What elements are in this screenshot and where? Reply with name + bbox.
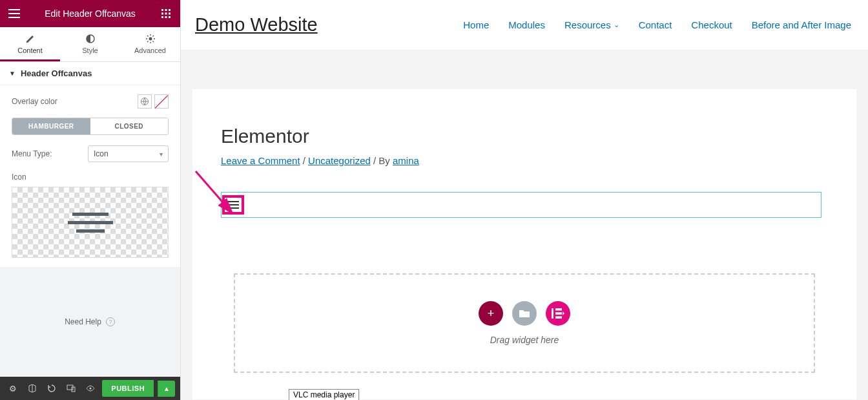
svg-rect-4 <box>165 13 167 15</box>
leave-comment-link[interactable]: Leave a Comment <box>221 155 300 166</box>
menu-type-label: Menu Type: <box>12 149 52 158</box>
sidebar-footer: ⚙ PUBLISH ▲ <box>0 377 180 400</box>
global-color-icon[interactable] <box>138 94 152 109</box>
icon-preview[interactable] <box>12 187 169 258</box>
svg-rect-7 <box>165 16 167 18</box>
svg-rect-8 <box>169 16 170 18</box>
drop-zone[interactable]: + Drag widget here <box>234 273 815 373</box>
nav-contact[interactable]: Contact <box>639 19 672 30</box>
svg-rect-6 <box>161 16 163 18</box>
icon-label: Icon <box>12 173 169 182</box>
need-help[interactable]: Need Help ? <box>0 267 180 377</box>
selected-widget[interactable] <box>221 192 822 218</box>
sidebar-header: Edit Header Offcanvas <box>0 0 180 27</box>
history-icon[interactable] <box>44 380 59 397</box>
settings-icon[interactable]: ⚙ <box>5 380 21 397</box>
svg-rect-19 <box>555 312 562 315</box>
site-header: Demo Website Home Modules Resources ⌄ Co… <box>181 0 868 50</box>
sidebar-title: Edit Header Offcanvas <box>22 8 158 19</box>
tooltip: VLC media player <box>289 389 359 400</box>
svg-rect-2 <box>169 9 170 11</box>
svg-rect-20 <box>555 317 562 319</box>
preview-icon[interactable] <box>83 380 98 397</box>
sidebar-menu-icon[interactable] <box>6 6 22 21</box>
nav-home[interactable]: Home <box>463 19 489 30</box>
site-nav: Home Modules Resources ⌄ Contact Checkou… <box>463 19 851 30</box>
nav-modules[interactable]: Modules <box>508 19 545 30</box>
elementor-sidebar: Edit Header Offcanvas Content Style Adva… <box>0 0 181 400</box>
state-toggle: HAMBURGER CLOSED <box>12 118 169 135</box>
nav-resources[interactable]: Resources ⌄ <box>564 19 619 30</box>
drop-zone-label: Drag widget here <box>490 335 559 345</box>
page-title: Elementor <box>221 125 828 147</box>
tab-content[interactable]: Content <box>0 27 60 61</box>
widgets-grid-icon[interactable] <box>158 6 174 21</box>
nav-before-after[interactable]: Before and After Image <box>752 19 851 30</box>
help-icon: ? <box>105 317 116 327</box>
post-meta: Leave a Comment / Uncategorized / By ami… <box>221 155 828 166</box>
svg-rect-0 <box>161 9 163 11</box>
overlay-color-label: Overlay color <box>12 97 57 106</box>
svg-point-16 <box>90 388 92 390</box>
chevron-down-icon: ⌄ <box>614 21 619 29</box>
sidebar-tabs: Content Style Advanced <box>0 27 180 62</box>
seg-hamburger[interactable]: HAMBURGER <box>12 118 90 134</box>
nav-checkout[interactable]: Checkout <box>691 19 732 30</box>
seg-closed[interactable]: CLOSED <box>90 118 169 134</box>
section-header-offcanvas[interactable]: ▼ Header Offcanvas <box>0 62 180 85</box>
svg-rect-18 <box>555 308 562 311</box>
navigator-icon[interactable] <box>25 380 40 397</box>
svg-rect-3 <box>161 13 163 15</box>
menu-type-select[interactable]: Icon ▾ <box>88 145 169 162</box>
controls-panel: Overlay color HAMBURGER CLOSED Menu Type… <box>0 85 180 267</box>
svg-rect-1 <box>165 9 167 11</box>
caret-down-icon: ▼ <box>9 70 16 77</box>
svg-text:?: ? <box>108 319 112 325</box>
tab-advanced[interactable]: Advanced <box>120 27 180 61</box>
template-library-button[interactable] <box>512 301 537 326</box>
hamburger-icon <box>68 213 113 233</box>
category-link[interactable]: Uncategorized <box>308 155 371 166</box>
no-color-icon[interactable] <box>154 94 169 109</box>
svg-point-10 <box>149 37 152 41</box>
chevron-down-icon: ▾ <box>160 151 163 158</box>
elementskit-button[interactable] <box>546 301 570 326</box>
preview-area: Demo Website Home Modules Resources ⌄ Co… <box>181 0 868 400</box>
responsive-icon[interactable] <box>63 380 79 397</box>
svg-rect-5 <box>169 13 170 15</box>
author-link[interactable]: amina <box>393 155 419 166</box>
site-title[interactable]: Demo Website <box>195 14 318 36</box>
svg-rect-17 <box>552 308 553 319</box>
tab-style[interactable]: Style <box>60 27 120 61</box>
publish-button[interactable]: PUBLISH <box>102 380 154 397</box>
publish-options-button[interactable]: ▲ <box>158 381 175 397</box>
page-content: Elementor Leave a Comment / Uncategorize… <box>192 89 856 399</box>
offcanvas-hamburger-button[interactable] <box>222 195 244 215</box>
hamburger-icon <box>227 201 239 209</box>
add-section-button[interactable]: + <box>479 301 503 326</box>
